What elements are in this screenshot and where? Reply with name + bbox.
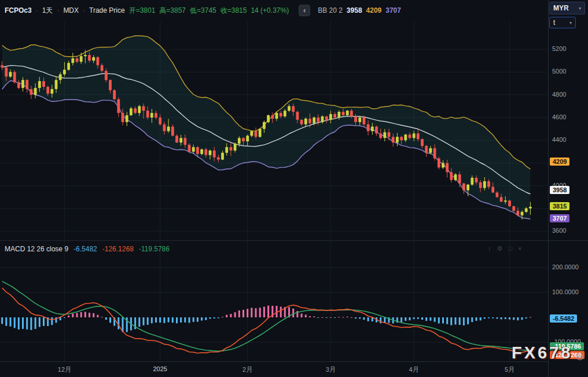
macd-axis-tick: 100.0000 [552,288,579,295]
price-chart-pane[interactable] [0,21,548,240]
time-axis-label: 5月 [505,365,514,374]
macd-indicator-label[interactable]: MACD 12 26 close 9 [5,245,68,253]
ohlc-open-value: 开=3801 [129,6,156,16]
macd-hist-value: -6.5482 [74,245,97,253]
fx678-watermark: FX678 [512,343,572,363]
time-scale[interactable]: 12月20252月3月4月5月 [0,361,588,377]
pane-controls: ↕⚙□× [488,245,521,252]
ohlc-high-value: 高=3857 [159,6,186,16]
ohlc-low-value: 低=3745 [190,6,216,16]
price-axis-tick: 4400 [552,136,566,143]
interval-label[interactable]: 1天 [42,6,53,16]
price-axis-tick: 3600 [552,227,566,234]
pane-separator[interactable] [0,240,588,241]
macd-signal-value: -119.5786 [139,245,170,253]
price-badge: 3958 [550,186,569,194]
currency-panel: MYR ▾ t ▾ [549,2,585,28]
price-axis-tick: 5200 [552,45,566,52]
price-axis-tick: 5000 [552,68,566,75]
currency-dropdown[interactable]: MYR ▾ [549,2,585,14]
unit-label: t [553,19,555,27]
trading-chart-app: FCPOc3 · 1天 · MDX · Trade Price 开=3801 高… [0,0,588,377]
macd-line-value: -126.1268 [102,245,134,253]
back-button[interactable]: ‹ [299,5,310,16]
chart-toolbar: FCPOc3 · 1天 · MDX · Trade Price 开=3801 高… [5,4,401,17]
symbol-name[interactable]: FCPOc3 [5,6,32,14]
macd-badge: -6.5482 [550,314,577,323]
time-axis-label: 3月 [326,365,336,374]
bb-indicator-label[interactable]: BB 20 2 [318,6,343,14]
maximize-icon[interactable]: □ [508,245,512,252]
time-axis-label: 4月 [409,365,419,374]
macd-legend: MACD 12 26 close 9 -6.5482 -126.1268 -11… [5,245,170,253]
price-badge: 3815 [550,202,569,210]
price-badge: 4209 [550,158,569,166]
price-axis-tick: 4800 [552,91,566,98]
currency-label: MYR [553,4,569,12]
move-pane-icon[interactable]: ↕ [488,245,491,252]
price-scale[interactable]: 5200500048004600440040003600200.0000100.… [548,0,588,377]
separator-dot: · [57,6,59,14]
bb-middle-value: 3958 [347,6,362,14]
chevron-down-icon: ▾ [579,6,581,11]
unit-dropdown[interactable]: t ▾ [549,17,576,28]
target-icon[interactable]: ◎ [576,351,583,361]
bb-upper-value: 4209 [366,6,382,14]
ohlc-close-value: 收=3815 [220,6,247,16]
separator-dot: · [83,6,85,14]
change-value: 14 (+0.37%) [251,6,289,14]
separator-dot: · [36,6,38,14]
time-axis-label: 12月 [58,365,71,374]
series-type-label: Trade Price [89,6,125,14]
time-axis-label: 2025 [153,365,167,372]
macd-axis-tick: 200.0000 [552,263,579,270]
time-axis-label: 2月 [242,365,252,374]
bb-lower-value: 3707 [385,6,401,14]
chevron-down-icon: ▾ [569,20,572,25]
gear-icon[interactable]: ⚙ [497,245,503,252]
exchange-label: MDX [63,6,79,14]
close-icon[interactable]: × [518,245,521,252]
price-axis-tick: 4600 [552,114,566,120]
price-badge: 3707 [550,214,569,222]
macd-chart-pane[interactable] [0,241,548,361]
